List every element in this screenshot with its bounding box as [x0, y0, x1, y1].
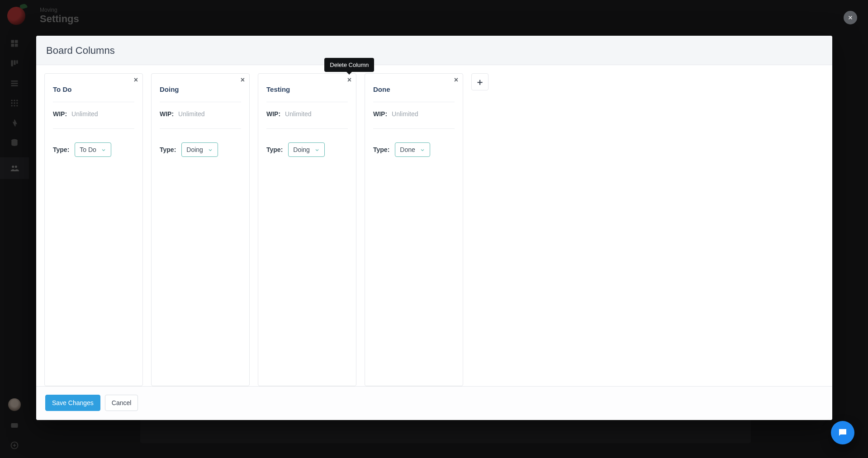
type-select[interactable]: Done: [395, 142, 430, 157]
type-value: Doing: [293, 146, 310, 153]
chevron-down-icon: [101, 147, 106, 152]
column-name-input[interactable]: [160, 82, 241, 99]
wip-input[interactable]: [71, 110, 121, 118]
column-name-input[interactable]: [373, 82, 455, 99]
modal-title: Board Columns: [46, 45, 822, 57]
wip-label: WIP:: [373, 110, 387, 118]
save-button[interactable]: Save Changes: [45, 395, 100, 411]
type-select[interactable]: Doing: [181, 142, 218, 157]
chevron-down-icon: [420, 147, 425, 152]
columns-container: × WIP: Type: To Do ×: [36, 65, 832, 386]
column-card: × WIP: Type: Doing: [151, 73, 250, 386]
column-name-input[interactable]: [53, 82, 134, 99]
type-value: Doing: [186, 146, 203, 153]
wip-label: WIP:: [53, 110, 67, 118]
plus-icon: ＋: [475, 76, 484, 88]
wip-input[interactable]: [392, 110, 441, 118]
cancel-button[interactable]: Cancel: [105, 395, 138, 411]
type-select[interactable]: Doing: [288, 142, 325, 157]
chat-button[interactable]: [831, 421, 854, 444]
close-icon: [847, 14, 854, 21]
type-label: Type:: [160, 146, 176, 153]
add-column-button[interactable]: ＋: [471, 73, 489, 90]
type-label: Type:: [266, 146, 283, 153]
wip-input[interactable]: [285, 110, 335, 118]
close-icon[interactable]: ×: [241, 76, 245, 84]
chevron-down-icon: [208, 147, 213, 152]
delete-column-tooltip: Delete Column: [324, 58, 374, 72]
type-label: Type:: [53, 146, 69, 153]
wip-input[interactable]: [178, 110, 228, 118]
wip-label: WIP:: [160, 110, 174, 118]
chevron-down-icon: [314, 147, 320, 152]
type-select[interactable]: To Do: [75, 142, 111, 157]
column-card: × WIP: Type: Done: [365, 73, 463, 386]
wip-label: WIP:: [266, 110, 280, 118]
chat-icon: [837, 427, 848, 438]
column-card: × WIP: Type: To Do: [44, 73, 143, 386]
type-value: Done: [400, 146, 415, 153]
column-card: × WIP: Type: Doing: [258, 73, 356, 386]
type-value: To Do: [80, 146, 96, 153]
type-label: Type:: [373, 146, 389, 153]
board-columns-modal: Board Columns × WIP: Type: To Do: [36, 36, 832, 420]
close-icon[interactable]: ×: [134, 76, 138, 84]
close-icon[interactable]: ×: [347, 76, 351, 84]
modal-close-button[interactable]: [844, 11, 857, 24]
column-name-input[interactable]: [266, 82, 348, 99]
close-icon[interactable]: ×: [454, 76, 458, 84]
